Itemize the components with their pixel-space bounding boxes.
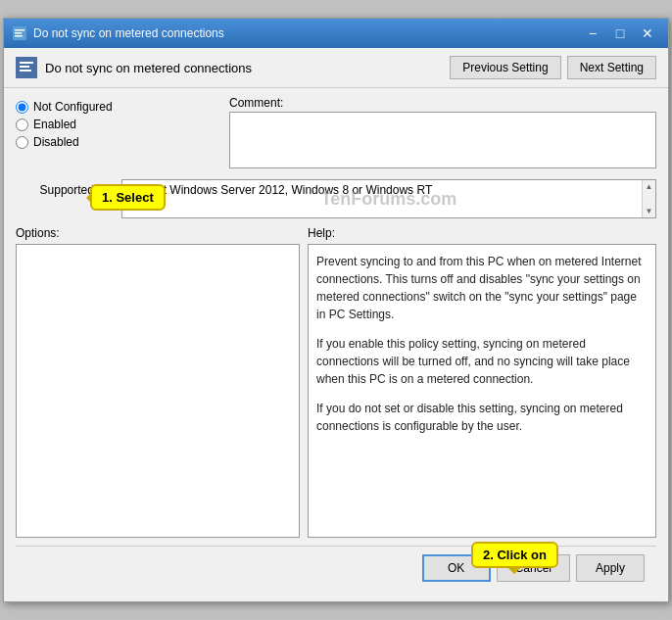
- svg-rect-1: [15, 29, 24, 31]
- supported-value: At least Windows Server 2012, Windows 8 …: [127, 183, 432, 197]
- not-configured-label: Not Configured: [33, 100, 113, 114]
- svg-rect-5: [20, 62, 33, 64]
- help-para-3: If you do not set or disable this settin…: [316, 400, 646, 435]
- cancel-button[interactable]: Cancel: [497, 554, 570, 582]
- title-bar: Do not sync on metered connections − □ ✕: [4, 19, 668, 48]
- ok-button[interactable]: OK: [422, 554, 491, 582]
- comment-panel: Comment:: [229, 96, 656, 171]
- comment-label: Comment:: [229, 96, 656, 110]
- content-area: 1. Select Not Configured Enabled: [4, 88, 668, 601]
- supported-scrollbar[interactable]: ▲ ▼: [642, 180, 655, 217]
- not-configured-option[interactable]: Not Configured: [16, 100, 221, 114]
- options-label: Options:: [16, 226, 300, 240]
- header-title: Do not sync on metered connections: [45, 61, 252, 75]
- scroll-up-arrow[interactable]: ▲: [646, 182, 653, 191]
- title-bar-controls: − □ ✕: [580, 23, 660, 44]
- title-bar-text: Do not sync on metered connections: [33, 26, 224, 40]
- header-bar: Do not sync on metered connections Previ…: [4, 48, 668, 88]
- supported-row: Supported on: At least Windows Server 20…: [16, 179, 656, 218]
- window-icon: [12, 25, 27, 41]
- apply-button[interactable]: Apply: [576, 554, 645, 582]
- help-para-2: If you enable this policy setting, synci…: [316, 335, 646, 388]
- scroll-down-arrow[interactable]: ▼: [646, 207, 653, 215]
- disabled-radio[interactable]: [16, 136, 28, 149]
- svg-rect-3: [15, 35, 23, 37]
- footer: 2. Click on OK Cancel Apply: [16, 546, 656, 590]
- svg-rect-2: [15, 32, 22, 34]
- header-title-area: Do not sync on metered connections: [16, 57, 252, 78]
- not-configured-radio[interactable]: [16, 101, 28, 114]
- svg-rect-6: [20, 66, 29, 68]
- radio-panel: Not Configured Enabled Disabled: [16, 96, 221, 171]
- supported-label: Supported on:: [16, 179, 114, 197]
- disabled-label: Disabled: [33, 135, 79, 149]
- help-para-1: Prevent syncing to and from this PC when…: [316, 253, 646, 323]
- enabled-label: Enabled: [33, 118, 76, 131]
- enabled-option[interactable]: Enabled: [16, 118, 221, 131]
- main-window: Do not sync on metered connections − □ ✕…: [3, 18, 669, 602]
- supported-container: At least Windows Server 2012, Windows 8 …: [121, 179, 656, 218]
- comment-textarea[interactable]: [229, 112, 656, 168]
- radio-group: Not Configured Enabled Disabled: [16, 100, 221, 149]
- prev-setting-button[interactable]: Previous Setting: [450, 56, 560, 79]
- section-labels: Options: Help:: [16, 226, 656, 240]
- enabled-radio[interactable]: [16, 119, 28, 131]
- help-label: Help:: [308, 226, 656, 240]
- header-icon: [16, 57, 37, 78]
- supported-box: At least Windows Server 2012, Windows 8 …: [121, 179, 656, 218]
- options-panel: [16, 244, 300, 538]
- maximize-button[interactable]: □: [607, 23, 633, 44]
- help-panel: Prevent syncing to and from this PC when…: [308, 244, 656, 538]
- svg-rect-7: [20, 70, 31, 72]
- minimize-button[interactable]: −: [580, 23, 605, 44]
- title-bar-left: Do not sync on metered connections: [12, 25, 224, 41]
- disabled-option[interactable]: Disabled: [16, 135, 221, 149]
- bottom-panels: Prevent syncing to and from this PC when…: [16, 244, 656, 538]
- header-buttons: Previous Setting Next Setting: [450, 56, 656, 79]
- close-button[interactable]: ✕: [635, 23, 660, 44]
- top-section: Not Configured Enabled Disabled Comment:: [16, 96, 656, 171]
- next-setting-button[interactable]: Next Setting: [567, 56, 656, 79]
